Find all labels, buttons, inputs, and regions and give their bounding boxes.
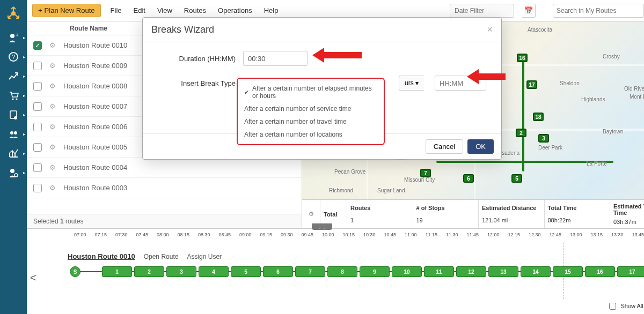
nav-cart[interactable]: ▸ — [0, 86, 27, 105]
menu-edit[interactable]: Edit — [134, 6, 145, 14]
gantt-stop[interactable]: 4 — [199, 266, 229, 277]
plan-new-route-button[interactable]: +Plan New Route — [32, 4, 101, 17]
svg-text:+: + — [16, 32, 19, 38]
route-name: Houston Route 0006 — [63, 123, 127, 131]
map-stop-marker[interactable]: 2 — [516, 129, 526, 137]
duration-label: Duration (HH:MM) — [152, 55, 236, 63]
timeline-scroll-left[interactable]: < — [30, 272, 36, 284]
gantt-stop[interactable]: 5 — [231, 266, 261, 277]
gear-icon[interactable]: ⚙ — [49, 143, 56, 151]
break-type-option[interactable]: After a certain number of locations — [238, 128, 384, 141]
timeline-route-name[interactable]: Houston Route 0010 — [68, 252, 135, 260]
gear-icon[interactable]: ⚙ — [49, 82, 56, 90]
map-stop-marker[interactable]: 7 — [420, 169, 431, 177]
gantt-stop[interactable]: 10 — [392, 266, 422, 277]
timeline-drag-handle[interactable]: ⋮⋮ — [312, 223, 332, 230]
nav-growth[interactable]: ▸ — [0, 66, 27, 86]
time-tick: 07:30 — [111, 232, 132, 237]
assign-user-link[interactable]: Assign User — [187, 253, 222, 260]
totals-column: Routes1 — [347, 200, 413, 228]
gantt-stop[interactable]: 8 — [327, 266, 357, 277]
menu-file[interactable]: File — [111, 6, 122, 14]
break-type-option[interactable]: After a certain number of elapsed minute… — [238, 82, 384, 102]
gantt-stop[interactable]: 16 — [585, 266, 615, 277]
nav-help[interactable]: ?▸ — [0, 47, 27, 66]
route-checkbox[interactable] — [33, 184, 42, 192]
svg-point-10 — [14, 131, 17, 134]
nav-user-settings[interactable]: ▸ — [0, 163, 27, 182]
gantt-stop[interactable]: 9 — [360, 266, 390, 277]
break-type-dropdown[interactable]: After a certain number of elapsed minute… — [237, 78, 385, 145]
date-filter-input[interactable] — [450, 4, 514, 18]
gear-icon[interactable]: ⚙ — [49, 163, 56, 171]
route-checkbox[interactable] — [33, 163, 42, 172]
nav-add-user[interactable]: +▸ — [0, 28, 27, 47]
route-checkbox[interactable] — [33, 62, 42, 70]
route-name: Houston Route 0005 — [63, 143, 127, 151]
map-stop-marker[interactable]: 6 — [463, 174, 474, 183]
ok-button[interactable]: OK — [467, 139, 494, 154]
map-stop-marker[interactable]: 18 — [533, 113, 544, 121]
break-type-option[interactable]: After a certain number of travel time — [238, 115, 384, 128]
gantt-stop[interactable]: 6 — [263, 266, 293, 277]
totals-column: Total Time08h:22m — [545, 200, 611, 228]
nav-book[interactable]: ▸ — [0, 105, 27, 124]
time-tick: 08:00 — [152, 232, 173, 237]
cancel-button[interactable]: Cancel — [426, 139, 463, 154]
menu-routes[interactable]: Routes — [184, 6, 206, 14]
gantt-stop[interactable]: 7 — [295, 266, 325, 277]
gantt-bar[interactable]: S123456789101112131415161718 — [70, 266, 644, 278]
time-tick: 09:00 — [235, 232, 256, 237]
gear-icon[interactable]: ⚙ — [49, 123, 56, 131]
route-checkbox[interactable] — [33, 102, 42, 111]
gantt-stop[interactable]: 1 — [102, 266, 132, 277]
route-row[interactable]: ⚙Houston Route 0004 — [27, 158, 302, 178]
gantt-stop[interactable]: 15 — [553, 266, 583, 277]
route-checkbox[interactable] — [33, 82, 42, 91]
map-place-label: Deer Park — [538, 145, 562, 151]
gantt-stop[interactable]: 12 — [456, 266, 486, 277]
route-checkbox[interactable]: ✓ — [33, 41, 42, 50]
time-tick: 08:30 — [194, 232, 215, 237]
map-stop-marker[interactable]: 3 — [538, 134, 549, 143]
gantt-stop[interactable]: 2 — [134, 266, 164, 277]
break-type-option[interactable]: After a certain number of service time — [238, 102, 384, 115]
route-checkbox[interactable] — [33, 143, 42, 152]
time-tick: 10:00 — [318, 232, 339, 237]
unit-dropdown[interactable]: urs ▾ — [399, 76, 424, 91]
close-icon[interactable]: × — [487, 24, 493, 35]
map-stop-marker[interactable]: 17 — [526, 80, 537, 89]
search-input[interactable] — [553, 4, 644, 18]
gear-icon[interactable]: ⚙ — [49, 62, 56, 70]
nav-users[interactable]: ▸ — [0, 124, 27, 144]
route-name: Houston Route 0004 — [63, 163, 127, 171]
menu-help[interactable]: Help — [264, 6, 279, 14]
calendar-icon[interactable]: 📅 — [522, 4, 536, 18]
map-stop-marker[interactable]: 16 — [517, 54, 528, 62]
menu-operations[interactable]: Operations — [218, 6, 252, 14]
totals-column: Estimated Travel Time03h:37m — [610, 200, 644, 228]
nav-chart[interactable]: ▸ — [0, 144, 27, 163]
gantt-stop[interactable]: 13 — [488, 266, 518, 277]
gantt-stop[interactable]: 14 — [521, 266, 551, 277]
gear-icon[interactable]: ⚙ — [49, 41, 56, 49]
route-row[interactable]: ⚙Houston Route 0003 — [27, 178, 302, 198]
time-tick: 07:15 — [91, 232, 112, 237]
gantt-stop[interactable]: S — [70, 266, 80, 277]
route-checkbox[interactable] — [33, 123, 42, 131]
open-route-link[interactable]: Open Route — [144, 253, 179, 260]
show-all-checkbox[interactable] — [609, 303, 616, 310]
gantt-stop[interactable]: 3 — [166, 266, 196, 277]
duration-input[interactable] — [243, 51, 308, 66]
gantt-stop[interactable]: 11 — [424, 266, 454, 277]
gear-icon[interactable]: ⚙ — [309, 211, 314, 218]
map-place-label: Baytown — [603, 129, 623, 134]
map-stop-marker[interactable]: 5 — [511, 174, 522, 183]
gear-icon[interactable]: ⚙ — [49, 102, 56, 110]
gantt-stop[interactable]: 17 — [617, 266, 644, 277]
route-name: Houston Route 0010 — [63, 41, 127, 49]
time-tick: 07:45 — [132, 232, 153, 237]
map-place-label: Sheldon — [560, 80, 580, 86]
gear-icon[interactable]: ⚙ — [49, 184, 56, 192]
menu-view[interactable]: View — [157, 6, 172, 14]
